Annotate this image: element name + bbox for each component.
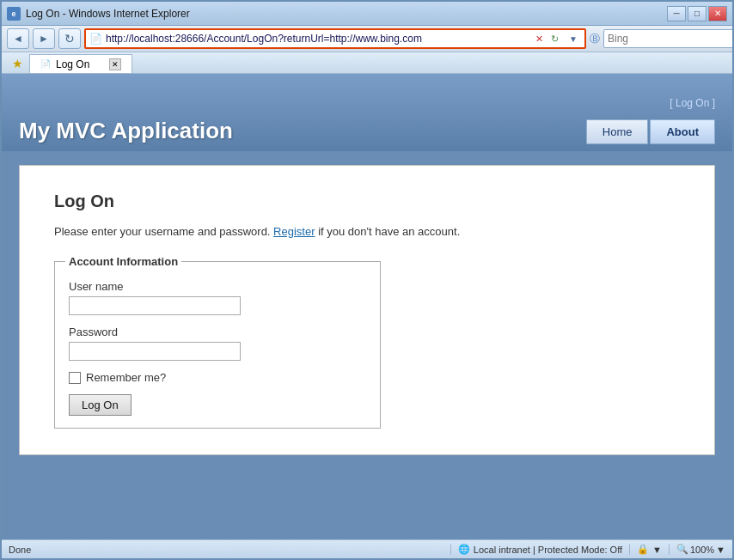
nav-toolbar: ◄ ► ↻ 📄 ✕ ↻ ▼ Ⓑ 🔍 (7, 28, 727, 49)
globe-icon: 🌐 (458, 544, 470, 555)
status-zoom: 🔍 100% ▼ (669, 544, 725, 555)
fieldset-legend: Account Information (65, 255, 181, 268)
login-anchor[interactable]: [ Log On ] (670, 97, 715, 109)
back-button[interactable]: ◄ (7, 28, 29, 49)
app-title: My MVC Application (19, 118, 233, 144)
status-bar: Done 🌐 Local intranet | Protected Mode: … (2, 539, 732, 558)
password-label: Password (69, 326, 366, 338)
tab-icon: 📄 (40, 59, 51, 69)
stop-icon[interactable]: ✕ (535, 33, 543, 45)
register-link[interactable]: Register (273, 225, 315, 238)
username-label: User name (69, 280, 366, 293)
intro-prefix: Please enter your username and password. (54, 225, 270, 238)
intro-suffix: if you don't have an account. (318, 225, 460, 238)
browser-window: e Log On - Windows Internet Explorer ─ □… (0, 0, 734, 560)
window-title: Log On - Windows Internet Explorer (26, 8, 190, 20)
page-area: [ Log On ] My MVC Application Home About… (2, 74, 732, 539)
header-bottom: My MVC Application Home About (19, 118, 715, 144)
app-header: [ Log On ] My MVC Application Home About (2, 74, 732, 151)
remember-label: Remember me? (86, 371, 166, 384)
zoom-dropdown[interactable]: ▼ (716, 545, 725, 555)
tab-label: Log On (56, 58, 89, 70)
forward-button[interactable]: ► (33, 28, 55, 49)
content-box: Log On Please enter your username and pa… (19, 165, 715, 455)
remember-checkbox[interactable] (69, 372, 81, 384)
star-icon: ★ (12, 57, 23, 70)
address-bar: 📄 ✕ ↻ ▼ (84, 28, 586, 49)
header-wrapper: [ Log On ] My MVC Application Home About (19, 97, 715, 144)
toolbar-area: ◄ ► ↻ 📄 ✕ ↻ ▼ Ⓑ 🔍 (2, 26, 732, 52)
account-fieldset: Account Information User name Password R… (54, 255, 381, 429)
zone-text: Local intranet | Protected Mode: Off (474, 545, 622, 555)
close-button[interactable]: ✕ (708, 6, 727, 21)
favorites-button[interactable]: ★ (7, 54, 28, 73)
status-zone: 🌐 Local intranet | Protected Mode: Off (450, 544, 622, 555)
password-field: Password (69, 326, 366, 361)
minimize-button[interactable]: ─ (667, 6, 686, 21)
page-heading: Log On (54, 192, 680, 211)
tab-close-button[interactable]: ✕ (109, 58, 121, 70)
browser-tab[interactable]: 📄 Log On ✕ (29, 54, 132, 73)
app-container: [ Log On ] My MVC Application Home About… (2, 74, 732, 539)
title-bar: e Log On - Windows Internet Explorer ─ □… (2, 2, 732, 26)
username-field: User name (69, 280, 366, 315)
remember-row: Remember me? (69, 371, 366, 384)
main-content: Log On Please enter your username and pa… (2, 151, 732, 539)
nav-home[interactable]: Home (586, 119, 649, 144)
go-button[interactable]: ▼ (566, 31, 581, 46)
security-dropdown[interactable]: ▼ (652, 545, 662, 555)
tabs-bar: ★ 📄 Log On ✕ (2, 52, 732, 74)
browser-icon: e (7, 7, 21, 21)
search-bar: Ⓑ 🔍 (590, 29, 727, 48)
nav-about[interactable]: About (650, 119, 715, 144)
username-input[interactable] (69, 296, 241, 315)
intro-text: Please enter your username and password.… (54, 225, 680, 238)
refresh-button[interactable]: ↻ (58, 28, 81, 49)
login-link[interactable]: [ Log On ] (670, 97, 715, 109)
address-icon: 📄 (89, 33, 102, 45)
search-input[interactable] (603, 29, 734, 48)
address-input[interactable] (106, 33, 532, 45)
status-security: 🔒 ▼ (629, 544, 662, 555)
window-controls: ─ □ ✕ (667, 6, 727, 21)
maximize-button[interactable]: □ (688, 6, 706, 21)
title-bar-left: e Log On - Windows Internet Explorer (7, 7, 190, 21)
lock-icon: 🔒 (637, 544, 649, 555)
refresh-icon[interactable]: ↻ (547, 31, 562, 46)
password-input[interactable] (69, 342, 241, 361)
status-text: Done (9, 545, 443, 555)
submit-button[interactable]: Log On (69, 394, 132, 416)
zoom-icon: 🔍 (676, 544, 688, 555)
nav-menu: Home About (586, 119, 715, 144)
bing-icon: Ⓑ (590, 32, 600, 46)
zoom-level: 100% (690, 545, 714, 555)
